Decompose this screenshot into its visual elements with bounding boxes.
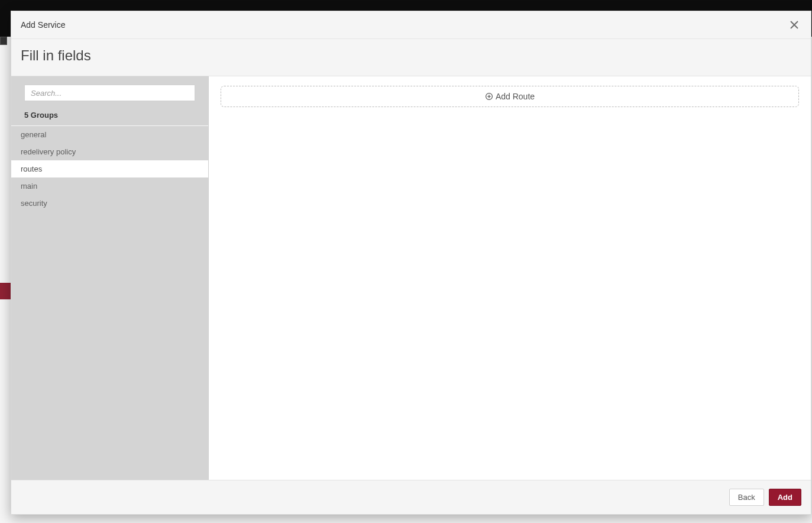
close-button[interactable] [787, 18, 801, 32]
group-list: general redelivery policy routes main se… [11, 126, 208, 212]
modal-header: Add Service [11, 11, 811, 39]
groups-count-label: 5 Groups [11, 106, 208, 126]
background-accent-strip [0, 283, 11, 299]
modal-footer: Back Add [11, 480, 811, 514]
sidebar-item-redelivery-policy[interactable]: redelivery policy [11, 143, 208, 160]
modal-title: Add Service [21, 20, 65, 30]
add-route-button[interactable]: Add Route [221, 86, 799, 107]
main-area: Add Route [209, 76, 811, 480]
sidebar-item-routes[interactable]: routes [11, 160, 208, 177]
sidebar: 5 Groups general redelivery policy route… [11, 76, 209, 480]
sidebar-item-security[interactable]: security [11, 195, 208, 212]
search-wrap [11, 76, 208, 106]
plus-circle-icon [485, 92, 493, 101]
modal-body: 5 Groups general redelivery policy route… [11, 76, 811, 480]
sidebar-item-general[interactable]: general [11, 126, 208, 143]
back-button[interactable]: Back [729, 489, 764, 506]
add-button[interactable]: Add [769, 489, 801, 506]
modal-subtitle: Fill in fields [11, 39, 811, 76]
add-route-label: Add Route [496, 92, 535, 101]
background-tree-toggle [0, 37, 7, 45]
search-input[interactable] [24, 85, 195, 101]
sidebar-item-main[interactable]: main [11, 177, 208, 195]
add-service-modal: Add Service Fill in fields 5 Groups gene… [11, 11, 811, 515]
close-icon [790, 20, 799, 30]
